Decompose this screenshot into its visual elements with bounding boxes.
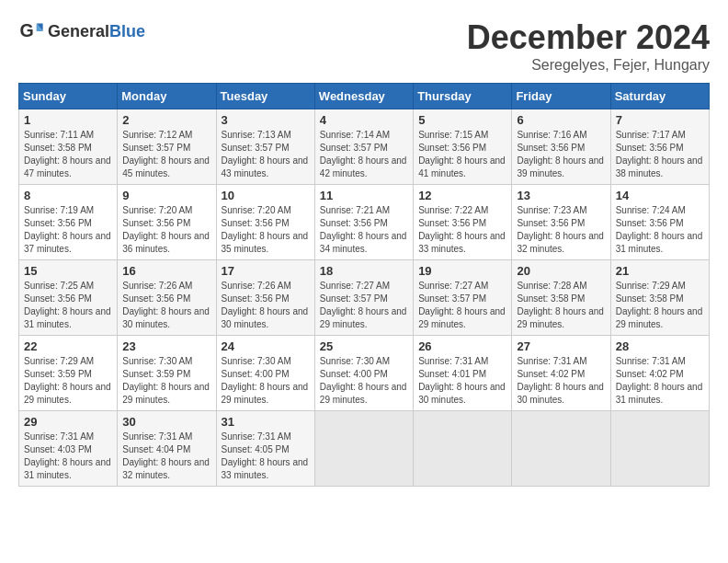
day-header-tuesday: Tuesday	[216, 84, 314, 109]
calendar-cell: 20 Sunrise: 7:28 AMSunset: 3:58 PMDaylig…	[512, 260, 610, 336]
day-info: Sunrise: 7:12 AMSunset: 3:57 PMDaylight:…	[122, 130, 210, 178]
calendar-cell: 12 Sunrise: 7:22 AMSunset: 3:56 PMDaylig…	[414, 185, 512, 260]
day-info: Sunrise: 7:15 AMSunset: 3:56 PMDaylight:…	[418, 130, 506, 178]
day-header-monday: Monday	[118, 84, 216, 109]
week-row-3: 15 Sunrise: 7:25 AMSunset: 3:56 PMDaylig…	[19, 260, 710, 336]
calendar-cell: 19 Sunrise: 7:27 AMSunset: 3:57 PMDaylig…	[414, 260, 512, 336]
calendar-cell: 30 Sunrise: 7:31 AMSunset: 4:04 PMDaylig…	[118, 411, 216, 487]
day-number: 11	[320, 189, 408, 202]
week-row-4: 22 Sunrise: 7:29 AMSunset: 3:59 PMDaylig…	[19, 336, 710, 411]
calendar-cell: 17 Sunrise: 7:26 AMSunset: 3:56 PMDaylig…	[216, 260, 314, 336]
calendar-table: SundayMondayTuesdayWednesdayThursdayFrid…	[18, 83, 710, 487]
day-info: Sunrise: 7:31 AMSunset: 4:04 PMDaylight:…	[122, 431, 210, 480]
day-info: Sunrise: 7:29 AMSunset: 3:59 PMDaylight:…	[24, 356, 111, 405]
day-info: Sunrise: 7:20 AMSunset: 3:56 PMDaylight:…	[122, 205, 210, 254]
day-info: Sunrise: 7:31 AMSunset: 4:05 PMDaylight:…	[222, 431, 309, 480]
day-number: 26	[418, 339, 506, 353]
title-block: December 2024 Seregelyes, Fejer, Hungary	[467, 18, 710, 74]
day-header-wednesday: Wednesday	[314, 84, 413, 109]
calendar-cell: 14 Sunrise: 7:24 AMSunset: 3:56 PMDaylig…	[610, 185, 709, 260]
day-number: 6	[517, 113, 605, 127]
svg-text:G: G	[19, 20, 33, 40]
calendar-cell	[414, 411, 512, 487]
day-number: 1	[24, 113, 112, 127]
calendar-cell: 6 Sunrise: 7:16 AMSunset: 3:56 PMDayligh…	[512, 109, 610, 185]
location-title: Seregelyes, Fejer, Hungary	[467, 57, 710, 74]
day-info: Sunrise: 7:31 AMSunset: 4:02 PMDaylight:…	[517, 356, 604, 405]
calendar-header-row: SundayMondayTuesdayWednesdayThursdayFrid…	[19, 84, 710, 109]
day-header-friday: Friday	[512, 84, 610, 109]
day-info: Sunrise: 7:19 AMSunset: 3:56 PMDaylight:…	[24, 205, 111, 254]
calendar-cell: 25 Sunrise: 7:30 AMSunset: 4:00 PMDaylig…	[314, 336, 413, 411]
day-number: 4	[320, 113, 408, 127]
day-header-thursday: Thursday	[414, 84, 512, 109]
calendar-cell: 3 Sunrise: 7:13 AMSunset: 3:57 PMDayligh…	[216, 109, 314, 185]
day-number: 31	[222, 415, 310, 429]
day-info: Sunrise: 7:30 AMSunset: 4:00 PMDaylight:…	[222, 356, 309, 405]
calendar-cell: 7 Sunrise: 7:17 AMSunset: 3:56 PMDayligh…	[610, 109, 709, 185]
day-number: 8	[24, 189, 112, 202]
day-info: Sunrise: 7:29 AMSunset: 3:58 PMDaylight:…	[616, 281, 703, 329]
day-number: 19	[418, 264, 506, 278]
day-info: Sunrise: 7:27 AMSunset: 3:57 PMDaylight:…	[418, 281, 506, 329]
calendar-cell: 15 Sunrise: 7:25 AMSunset: 3:56 PMDaylig…	[19, 260, 118, 336]
calendar-cell: 10 Sunrise: 7:20 AMSunset: 3:56 PMDaylig…	[216, 185, 314, 260]
day-header-saturday: Saturday	[610, 84, 709, 109]
day-number: 18	[320, 264, 408, 278]
calendar-cell: 16 Sunrise: 7:26 AMSunset: 3:56 PMDaylig…	[118, 260, 216, 336]
day-number: 10	[222, 189, 310, 202]
day-info: Sunrise: 7:25 AMSunset: 3:56 PMDaylight:…	[24, 281, 111, 329]
calendar-cell	[610, 411, 709, 487]
calendar-cell: 18 Sunrise: 7:27 AMSunset: 3:57 PMDaylig…	[314, 260, 413, 336]
page-header: G GeneralBlue December 2024 Seregelyes, …	[18, 18, 710, 74]
calendar-cell: 27 Sunrise: 7:31 AMSunset: 4:02 PMDaylig…	[512, 336, 610, 411]
day-info: Sunrise: 7:14 AMSunset: 3:57 PMDaylight:…	[320, 130, 407, 178]
day-number: 22	[24, 339, 112, 353]
week-row-2: 8 Sunrise: 7:19 AMSunset: 3:56 PMDayligh…	[19, 185, 710, 260]
week-row-5: 29 Sunrise: 7:31 AMSunset: 4:03 PMDaylig…	[19, 411, 710, 487]
day-number: 25	[320, 339, 408, 353]
day-number: 29	[24, 415, 112, 429]
day-header-sunday: Sunday	[19, 84, 118, 109]
day-number: 23	[122, 339, 210, 353]
day-number: 5	[418, 113, 506, 127]
day-info: Sunrise: 7:31 AMSunset: 4:03 PMDaylight:…	[24, 431, 111, 480]
calendar-cell	[512, 411, 610, 487]
day-info: Sunrise: 7:23 AMSunset: 3:56 PMDaylight:…	[517, 205, 604, 254]
calendar-cell: 31 Sunrise: 7:31 AMSunset: 4:05 PMDaylig…	[216, 411, 314, 487]
calendar-cell: 11 Sunrise: 7:21 AMSunset: 3:56 PMDaylig…	[314, 185, 413, 260]
calendar-cell: 28 Sunrise: 7:31 AMSunset: 4:02 PMDaylig…	[610, 336, 709, 411]
calendar-cell: 1 Sunrise: 7:11 AMSunset: 3:58 PMDayligh…	[19, 109, 118, 185]
day-info: Sunrise: 7:26 AMSunset: 3:56 PMDaylight:…	[222, 281, 309, 329]
calendar-cell: 22 Sunrise: 7:29 AMSunset: 3:59 PMDaylig…	[19, 336, 118, 411]
day-number: 24	[222, 339, 310, 353]
calendar-cell: 13 Sunrise: 7:23 AMSunset: 3:56 PMDaylig…	[512, 185, 610, 260]
day-number: 13	[517, 189, 605, 202]
day-info: Sunrise: 7:26 AMSunset: 3:56 PMDaylight:…	[122, 281, 210, 329]
day-number: 28	[616, 339, 704, 353]
day-number: 3	[222, 113, 310, 127]
calendar-cell: 29 Sunrise: 7:31 AMSunset: 4:03 PMDaylig…	[19, 411, 118, 487]
day-info: Sunrise: 7:21 AMSunset: 3:56 PMDaylight:…	[320, 205, 407, 254]
day-number: 21	[616, 264, 704, 278]
day-info: Sunrise: 7:22 AMSunset: 3:56 PMDaylight:…	[418, 205, 506, 254]
day-number: 27	[517, 339, 605, 353]
day-number: 17	[222, 264, 310, 278]
calendar-cell: 21 Sunrise: 7:29 AMSunset: 3:58 PMDaylig…	[610, 260, 709, 336]
day-number: 7	[616, 113, 704, 127]
logo-text-blue: Blue	[109, 22, 145, 40]
calendar-body: 1 Sunrise: 7:11 AMSunset: 3:58 PMDayligh…	[19, 109, 710, 487]
day-info: Sunrise: 7:30 AMSunset: 3:59 PMDaylight:…	[122, 356, 210, 405]
day-number: 20	[517, 264, 605, 278]
calendar-cell: 26 Sunrise: 7:31 AMSunset: 4:01 PMDaylig…	[414, 336, 512, 411]
calendar-cell	[314, 411, 413, 487]
day-number: 12	[418, 189, 506, 202]
calendar-cell: 24 Sunrise: 7:30 AMSunset: 4:00 PMDaylig…	[216, 336, 314, 411]
day-number: 15	[24, 264, 112, 278]
day-info: Sunrise: 7:31 AMSunset: 4:01 PMDaylight:…	[418, 356, 506, 405]
calendar-cell: 2 Sunrise: 7:12 AMSunset: 3:57 PMDayligh…	[118, 109, 216, 185]
day-info: Sunrise: 7:31 AMSunset: 4:02 PMDaylight:…	[616, 356, 703, 405]
day-info: Sunrise: 7:13 AMSunset: 3:57 PMDaylight:…	[222, 130, 309, 178]
calendar-cell: 4 Sunrise: 7:14 AMSunset: 3:57 PMDayligh…	[314, 109, 413, 185]
day-number: 30	[122, 415, 210, 429]
